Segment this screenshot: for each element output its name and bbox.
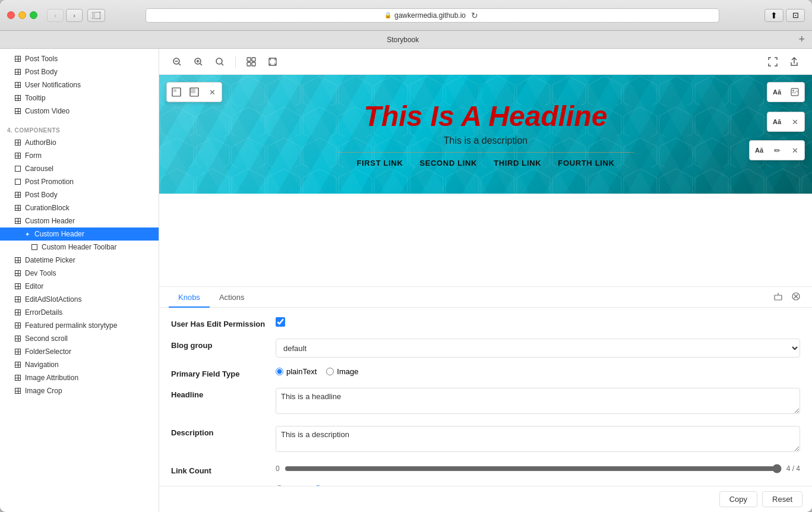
close-window-button[interactable]	[7, 11, 15, 19]
float-close-desc-button[interactable]: ✕	[786, 113, 803, 130]
svg-line-8	[200, 64, 202, 65]
sidebar-item-post-body-2[interactable]: Post Body	[0, 188, 159, 201]
sidebar-item-label: AuthorBio	[25, 138, 56, 147]
knobs-tab-right-buttons	[772, 290, 802, 305]
header-link-1[interactable]: FIRST LINK	[356, 159, 403, 167]
float-edit-btn-links[interactable]: ✏	[769, 142, 785, 159]
traffic-lights	[7, 11, 37, 19]
blog-group-select[interactable]: default gawker jezebel kotaku	[276, 339, 800, 358]
sidebar-item-second-scroll[interactable]: Second scroll	[0, 332, 159, 345]
reload-button[interactable]: ↻	[469, 11, 481, 20]
sidebar-item-label: Second scroll	[25, 334, 68, 343]
zoom-out-button[interactable]	[169, 53, 185, 70]
header-link-3[interactable]: THIRD LINK	[494, 159, 541, 167]
float-close-links-button[interactable]: ✕	[786, 142, 803, 159]
sidebar-item-image-crop[interactable]: Image Crop	[0, 384, 159, 397]
minimize-window-button[interactable]	[18, 11, 26, 19]
sidebar-item-folder-selector[interactable]: FolderSelector	[0, 345, 159, 358]
sidebar-item-form[interactable]: Form	[0, 149, 159, 162]
grid-icon	[14, 361, 21, 368]
edit-permission-label: User Has Edit Permission	[171, 317, 266, 328]
grid-icon	[14, 270, 21, 277]
maximize-window-button[interactable]	[30, 11, 37, 19]
float-image-large-button[interactable]	[186, 84, 203, 100]
back-button[interactable]: ‹	[47, 9, 64, 22]
sidebar-item-label: Carousel	[25, 165, 53, 173]
box-icon	[14, 178, 21, 185]
tab-actions[interactable]: Actions	[210, 287, 254, 308]
box-icon	[31, 244, 38, 251]
grid-button[interactable]	[243, 53, 260, 70]
knob-row-blog-group: Blog group default gawker jezebel kotaku	[171, 339, 800, 358]
sidebar-item-post-body-1[interactable]: Post Body	[0, 65, 159, 78]
edit-permission-checkbox[interactable]	[276, 317, 285, 327]
components-section-header: 4. COMPONENTS	[0, 125, 159, 136]
sidebar-item-datetime-picker[interactable]: Datetime Picker	[0, 254, 159, 267]
sidebar-item-custom-video[interactable]: Custom Video	[0, 105, 159, 118]
reset-button[interactable]: Reset	[762, 491, 802, 507]
knob-row-description: Description This is a description	[171, 426, 800, 454]
sidebar-item-authorbio[interactable]: AuthorBio	[0, 136, 159, 149]
float-toolbar-3: Aā ✕	[767, 112, 805, 132]
new-window-button[interactable]: ⊡	[786, 9, 805, 22]
link-count-min: 0	[276, 464, 280, 473]
float-image-small-button[interactable]	[168, 84, 185, 100]
svg-rect-12	[252, 58, 255, 61]
sidebar-item-label: CurationBlock	[25, 204, 69, 212]
share-story-button[interactable]	[786, 53, 802, 70]
sidebar-item-editor[interactable]: Editor	[0, 280, 159, 293]
knobs-expand-button[interactable]	[772, 290, 785, 305]
new-tab-button[interactable]: +	[798, 33, 805, 46]
fit-button[interactable]	[264, 53, 281, 70]
svg-rect-1	[92, 12, 95, 19]
sidebar-item-featured-permalink[interactable]: Featured permalink storytype	[0, 319, 159, 332]
zoom-in-button[interactable]	[190, 53, 207, 70]
star-icon: ✦	[24, 230, 31, 238]
share-button[interactable]: ⬆	[764, 9, 783, 22]
sidebar-item-edit-ad-slot-actions[interactable]: EditAdSlotActions	[0, 293, 159, 306]
sidebar-item-dev-tools[interactable]: Dev Tools	[0, 267, 159, 280]
sidebar-item-label: Custom Header	[34, 230, 84, 238]
sidebar-item-label: Custom Header Toolbar	[42, 243, 117, 251]
grid-icon	[14, 191, 21, 198]
link-count-slider[interactable]	[285, 464, 782, 473]
svg-rect-11	[247, 58, 251, 61]
copy-button[interactable]: Copy	[719, 491, 757, 507]
sidebar-item-custom-header-toolbar[interactable]: Custom Header Toolbar	[0, 241, 159, 254]
radio-plaintext[interactable]	[276, 368, 283, 375]
radio-label-plaintext[interactable]: plainText	[276, 367, 317, 376]
sidebar-item-label: Post Tools	[25, 55, 58, 63]
sidebar-item-post-promotion[interactable]: Post Promotion	[0, 175, 159, 188]
sidebar-item-carousel[interactable]: Carousel	[0, 162, 159, 175]
header-link-2[interactable]: SECOND LINK	[419, 159, 477, 167]
sidebar-item-user-notifications[interactable]: User Notifications	[0, 78, 159, 91]
sidebar-item-post-tools[interactable]: Post Tools	[0, 52, 159, 65]
description-textarea[interactable]: This is a description	[276, 426, 800, 452]
radio-image[interactable]	[326, 368, 334, 375]
sidebar-item-custom-header-active[interactable]: ✦ Custom Header	[0, 227, 159, 241]
sidebar-item-curation-block[interactable]: CurationBlock	[0, 201, 159, 214]
float-close-1-button[interactable]: ✕	[204, 84, 220, 100]
zoom-reset-button[interactable]	[211, 53, 228, 70]
radio-label-image[interactable]: Image	[326, 367, 358, 376]
tab-knobs[interactable]: Knobs	[169, 287, 210, 308]
headline-textarea[interactable]: This is a headline	[276, 388, 800, 414]
header-link-4[interactable]: FOURTH LINK	[558, 159, 614, 167]
sidebar-item-tooltip[interactable]: Tooltip	[0, 91, 159, 105]
float-text-btn-desc[interactable]: Aā	[769, 113, 785, 130]
fullscreen-button[interactable]	[764, 53, 781, 70]
float-text-btn-links[interactable]: Aā	[751, 142, 767, 159]
sidebar-item-image-attribution[interactable]: Image Attribution	[0, 371, 159, 384]
address-bar[interactable]: 🔒 gawkermedia.github.io ↻	[146, 8, 719, 23]
grid-icon	[14, 283, 21, 290]
blog-group-control: default gawker jezebel kotaku	[276, 339, 800, 358]
sidebar-item-label: Editor	[25, 282, 43, 290]
forward-button[interactable]: ›	[66, 9, 83, 22]
sidebar-toggle-button[interactable]	[87, 9, 105, 22]
knobs-close-button[interactable]	[789, 290, 802, 305]
float-image-btn-2[interactable]	[786, 84, 803, 100]
float-text-image-btn-1[interactable]: Aā	[769, 84, 785, 100]
sidebar-item-navigation[interactable]: Navigation	[0, 358, 159, 371]
sidebar-item-custom-header-parent[interactable]: Custom Header	[0, 214, 159, 227]
sidebar-item-error-details[interactable]: ErrorDetails	[0, 306, 159, 319]
